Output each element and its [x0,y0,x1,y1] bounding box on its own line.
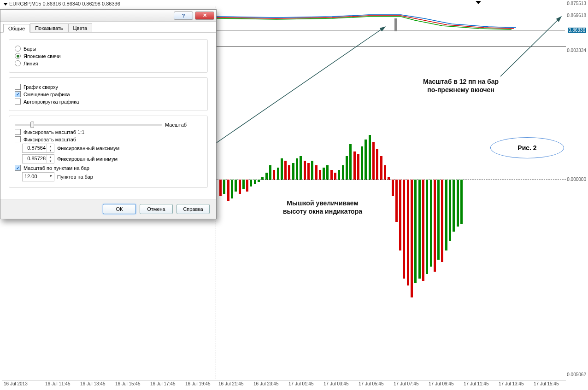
chart-properties-dialog[interactable]: ? ✕ Общие Показывать Цвета Бары Японские… [0,9,217,219]
check-shift[interactable] [15,91,21,97]
annotation-scale: Масштаб в 12 пп на барпо-прежнему вкючен [406,77,516,94]
chart-dropdown-icon[interactable] [4,3,7,6]
current-price-tag: 0.86336 [568,28,586,33]
dialog-close-button[interactable]: ✕ [195,12,214,20]
check-fix-scale-label: Фиксировать масштаб [24,137,76,142]
radio-bars[interactable] [15,46,21,52]
input-fixed-max[interactable]: 0.87564▲▼ [22,144,54,153]
radio-bars-label: Бары [24,46,36,52]
radio-candles-label: Японские свечи [24,53,61,59]
check-shift-label: Смещение графика [24,92,70,97]
label-fixed-max: Фиксированный максимум [57,146,119,151]
check-autoscroll-label: Автопрокрутка графика [24,99,79,105]
x-axis: 16 Jul 2013 16 Jul 11:45 16 Jul 13:45 16… [2,380,566,388]
help-button[interactable]: Справка [176,204,210,214]
check-fix-scale[interactable] [15,136,21,142]
check-chart-on-top[interactable] [15,84,21,90]
ok-button[interactable]: ОК [103,204,136,214]
select-points-per-bar[interactable]: 12.00 [22,172,54,181]
check-points-per-bar-label: Масштаб по пунктам на бар [24,165,89,171]
dialog-body: Бары Японские свечи Линия График сверху … [0,33,216,199]
tab-colors[interactable]: Цвета [68,23,93,32]
radio-line-label: Линия [24,61,38,66]
label-points-per-bar: Пунктов на бар [57,174,93,180]
input-fixed-min[interactable]: 0.85728▲▼ [22,154,54,163]
right-y-axis: 0.875513 0.869618 0.86336 0.003334 0.000… [566,0,587,379]
label-fixed-min: Фиксированный минимум [57,156,118,162]
dialog-tabs: Общие Показывать Цвета [0,22,216,33]
annotation-resize: Мышкой увеличиваемвысоту окна индикатора [263,199,382,215]
tab-common[interactable]: Общие [3,24,30,33]
dialog-help-button[interactable]: ? [174,12,193,20]
scale-slider-label: Масштаб [165,122,202,128]
shift-marker-icon[interactable] [476,1,481,4]
chart-symbol-title: EURGBP,M15 0.86316 0.86340 0.86298 0.863… [4,1,120,6]
check-chart-on-top-label: График сверху [24,84,58,90]
check-autoscroll[interactable] [15,99,21,105]
check-points-per-bar[interactable] [15,165,21,171]
cancel-button[interactable]: Отмена [140,204,173,214]
radio-line[interactable] [15,60,21,66]
check-fix-11[interactable] [15,129,21,135]
dialog-titlebar[interactable]: ? ✕ [0,10,216,22]
radio-candles[interactable] [15,53,21,59]
scale-slider[interactable] [15,124,162,126]
tab-show[interactable]: Показывать [30,23,68,32]
figure-label: Рис. 2 [490,137,564,158]
check-fix-11-label: Фиксировать масштаб 1:1 [24,129,84,135]
dialog-footer: ОК Отмена Справка [0,199,216,219]
